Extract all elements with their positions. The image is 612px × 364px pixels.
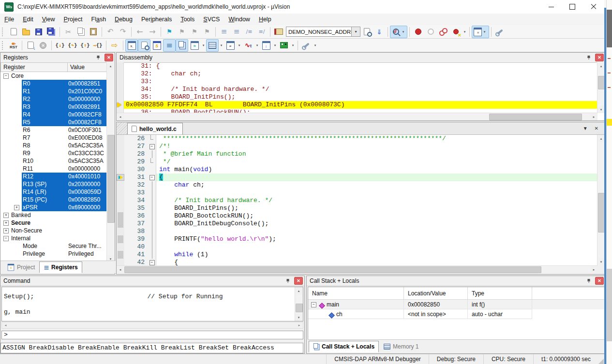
configure-button[interactable] bbox=[493, 26, 506, 38]
pin-icon[interactable] bbox=[585, 54, 592, 61]
code-line-34[interactable]: 34 /* Init board hardware. */ bbox=[117, 197, 605, 204]
register-row-r13-sp-[interactable]: R13 (SP)0x20300000 bbox=[0, 180, 107, 188]
tree-expander-icon[interactable]: − bbox=[3, 73, 9, 79]
show-next-statement-button[interactable]: ⇨ bbox=[108, 39, 121, 52]
scroll-down-icon[interactable]: ▼ bbox=[295, 314, 302, 321]
toolbar-drag-handle[interactable] bbox=[2, 28, 5, 36]
save-all-button[interactable] bbox=[45, 26, 58, 38]
system-viewer-dropdown-icon[interactable]: ▾ bbox=[272, 40, 278, 51]
register-row-r12[interactable]: R120x40001010 bbox=[0, 173, 107, 180]
close-document-icon[interactable]: ✕ bbox=[595, 126, 598, 131]
register-row-banked[interactable]: +Banked bbox=[0, 211, 107, 219]
callstack-row-ch[interactable]: ch<not in scope>auto - uchar bbox=[308, 309, 605, 319]
column-value[interactable]: Value bbox=[68, 62, 107, 72]
menu-item-tools[interactable]: Tools bbox=[176, 15, 199, 24]
symbols-window-button[interactable]: S bbox=[150, 39, 163, 52]
scroll-up-icon[interactable]: ▲ bbox=[597, 135, 605, 142]
breakpoint-margin[interactable] bbox=[117, 259, 124, 265]
code-line-26[interactable]: 26 *************************************… bbox=[117, 135, 605, 143]
close-icon[interactable]: ✕ bbox=[595, 277, 604, 285]
target-options-button[interactable] bbox=[272, 26, 285, 38]
menu-item-peripherals[interactable]: Peripherals bbox=[137, 15, 176, 24]
redo-button[interactable]: ↷ bbox=[117, 26, 129, 38]
code-line-35[interactable]: 35 BOARD_InitPins(); bbox=[117, 204, 605, 212]
register-row-r6[interactable]: R60x0C00F301 bbox=[0, 126, 107, 134]
register-row-r4[interactable]: R40x00082CF8 bbox=[0, 111, 107, 118]
code-line-40[interactable]: 40 bbox=[117, 243, 605, 251]
unindent-button[interactable]: ≡ bbox=[230, 26, 243, 38]
column-name[interactable]: Name bbox=[308, 287, 404, 299]
toolbar-drag-handle[interactable] bbox=[2, 41, 5, 50]
breakpoint-margin[interactable] bbox=[117, 204, 124, 212]
disassembly-code[interactable]: 31: { 32: char ch; 33: 34: /* Init board… bbox=[124, 62, 605, 113]
system-viewer-button[interactable]: ↓ bbox=[260, 39, 272, 52]
kill-all-breakpoints-button[interactable]: ✕ bbox=[449, 26, 462, 38]
code-line-32[interactable]: 32 char ch; bbox=[117, 181, 605, 189]
register-row-r1[interactable]: R10x201C00C0 bbox=[0, 87, 107, 95]
debug-settings-button[interactable] bbox=[300, 39, 313, 52]
comment-selection-button[interactable]: /≡ bbox=[243, 26, 255, 38]
register-row-r7[interactable]: R70xE000ED08 bbox=[0, 134, 107, 142]
tree-expander-icon[interactable]: + bbox=[14, 205, 19, 210]
code-line-36[interactable]: 36 BOARD_BootClockRUN(); bbox=[117, 212, 605, 220]
tree-expander-icon[interactable]: + bbox=[3, 228, 9, 233]
memory-window-dropdown-icon[interactable]: ▾ bbox=[219, 40, 224, 51]
scroll-left-icon[interactable]: ◄ bbox=[2, 322, 9, 329]
disassembly-line[interactable]: 34: /* Init board hardware. */ bbox=[124, 86, 605, 93]
close-icon[interactable]: ✕ bbox=[104, 54, 113, 61]
menu-item-help[interactable]: Help bbox=[254, 15, 276, 24]
pin-icon[interactable] bbox=[284, 277, 291, 284]
disassembly-line[interactable]: 32: char ch; bbox=[124, 70, 605, 78]
register-row-r3[interactable]: R30x00082891 bbox=[0, 103, 107, 111]
command-hscrollbar[interactable]: ◄ ► bbox=[1, 322, 303, 329]
register-row-r9[interactable]: R90xC33CC33C bbox=[0, 149, 107, 157]
stop-button[interactable]: ✕ bbox=[37, 39, 49, 52]
code-line-27[interactable]: 27−/*! bbox=[117, 143, 605, 150]
memory-window-button[interactable] bbox=[206, 39, 219, 52]
column-register[interactable]: Register bbox=[0, 62, 68, 72]
watch-window-dropdown-icon[interactable]: ▾ bbox=[201, 40, 206, 51]
code-editor[interactable]: 26 *************************************… bbox=[117, 135, 605, 265]
code-line-42[interactable]: 42− { bbox=[117, 259, 605, 265]
disassembly-line[interactable]: 31: { bbox=[124, 62, 605, 70]
toolbox-dropdown-icon[interactable]: ▾ bbox=[290, 40, 296, 51]
code-line-31[interactable]: 31−{ bbox=[117, 174, 605, 181]
tree-expander-icon[interactable]: − bbox=[311, 302, 316, 307]
registers-window-button[interactable]: ≡ bbox=[163, 39, 176, 52]
menu-item-view[interactable]: View bbox=[38, 15, 60, 24]
menu-item-svcs[interactable]: SVCS bbox=[199, 15, 224, 24]
code-line-39[interactable]: 39 PRINTF("hello world.\r\n"); bbox=[117, 235, 605, 243]
breakpoint-margin[interactable] bbox=[117, 181, 124, 189]
analysis-window-button[interactable]: ∿t bbox=[242, 39, 254, 52]
undo-button[interactable]: ↶ bbox=[104, 26, 117, 38]
serial-window-button[interactable]: » bbox=[224, 39, 237, 52]
fold-margin[interactable]: − bbox=[148, 259, 156, 265]
toolbox-button[interactable] bbox=[278, 39, 290, 52]
scroll-up-icon[interactable]: ▲ bbox=[295, 287, 302, 294]
save-button[interactable] bbox=[32, 26, 45, 38]
target-select-dropdown-icon[interactable]: ▾ bbox=[352, 27, 360, 37]
breakpoint-margin[interactable] bbox=[117, 197, 124, 204]
editor-hscrollbar[interactable]: ◄ ► bbox=[117, 265, 597, 273]
breakpoint-margin[interactable] bbox=[117, 228, 124, 235]
run-to-cursor-line-button[interactable]: →{} bbox=[91, 39, 104, 52]
tab-memory-1[interactable]: Memory 1 bbox=[379, 341, 423, 352]
tree-expander-icon[interactable]: + bbox=[3, 220, 9, 226]
step-over-button[interactable]: {↷} bbox=[66, 39, 79, 52]
disassembly-line[interactable]: 33: bbox=[124, 78, 605, 86]
uncomment-selection-button[interactable]: ≡/ bbox=[255, 26, 268, 38]
command-input[interactable]: > bbox=[1, 331, 303, 339]
code-line-29[interactable]: 29 */ bbox=[117, 158, 605, 166]
menu-item-debug[interactable]: Debug bbox=[110, 15, 137, 24]
scroll-left-icon[interactable]: ◄ bbox=[117, 113, 124, 120]
register-row-r5[interactable]: R50x00082CF8 bbox=[0, 118, 107, 126]
incremental-find-button[interactable]: ⇓ bbox=[373, 26, 386, 38]
column-type[interactable]: Type bbox=[468, 287, 532, 299]
analysis-window-dropdown-icon[interactable]: ▾ bbox=[254, 40, 260, 51]
register-row-r10[interactable]: R100x5AC3C35A bbox=[0, 157, 107, 165]
debug-settings-dropdown-icon[interactable]: ▾ bbox=[313, 40, 318, 51]
code-line-28[interactable]: 28 * @brief Main function bbox=[117, 150, 605, 158]
menu-item-flash[interactable]: Flash bbox=[87, 15, 111, 24]
scrollbar-thumb[interactable] bbox=[124, 266, 541, 273]
disassembly-margin[interactable] bbox=[117, 62, 124, 113]
